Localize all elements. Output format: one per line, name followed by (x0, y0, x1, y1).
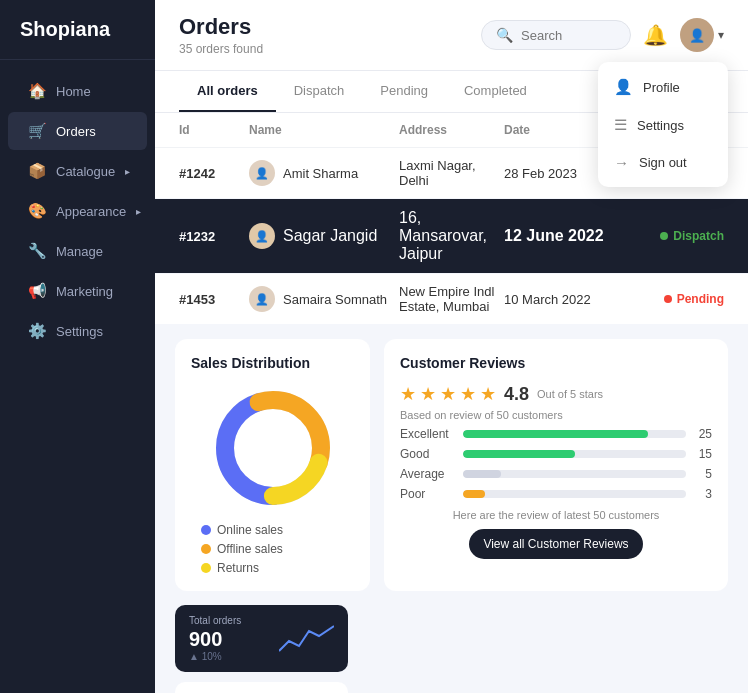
status-dot (664, 295, 672, 303)
rating-number: 4.8 (504, 384, 529, 405)
table-row[interactable]: #1453 👤 Samaira Somnath New Empire Indl … (155, 274, 748, 325)
col-address: Address (399, 123, 504, 137)
rating-based-on: Based on review of 50 customers (400, 409, 712, 421)
order-name: Amit Sharma (283, 166, 358, 181)
order-name: Sagar Jangid (283, 227, 377, 245)
bar-label-poor: Poor (400, 487, 455, 501)
tab-all-orders[interactable]: All orders (179, 71, 276, 112)
manage-icon: 🔧 (28, 242, 46, 260)
dashboard-area: Sales Distribution Online sales (155, 325, 748, 693)
donut-chart (208, 383, 338, 513)
stat-label-total-orders: Total orders (189, 615, 241, 626)
status-dot (660, 232, 668, 240)
bar-fill-average (463, 470, 501, 478)
sidebar-item-marketing[interactable]: 📢 Marketing (8, 272, 147, 310)
col-id: Id (179, 123, 249, 137)
bar-excellent: Excellent 25 (400, 427, 712, 441)
sidebar-item-settings-label: Settings (56, 324, 103, 339)
order-name: Samaira Somnath (283, 292, 387, 307)
appearance-icon: 🎨 (28, 202, 46, 220)
bar-count-excellent: 25 (694, 427, 712, 441)
review-footer-text: Here are the review of latest 50 custome… (400, 509, 712, 521)
tab-completed[interactable]: Completed (446, 71, 545, 112)
page-header: Orders 35 orders found 🔍 🔔 👤 ▾ 👤 Profile… (155, 0, 748, 71)
search-icon: 🔍 (496, 27, 513, 43)
stat-sub-total-orders: ▲ 10% (189, 651, 241, 662)
donut-legend: Online sales Offline sales Returns (191, 523, 354, 575)
order-name-cell: 👤 Samaira Somnath (249, 286, 399, 312)
signout-icon: → (614, 154, 629, 171)
main-content: Orders 35 orders found 🔍 🔔 👤 ▾ 👤 Profile… (155, 0, 748, 693)
sidebar-item-home[interactable]: 🏠 Home (8, 72, 147, 110)
search-box[interactable]: 🔍 (481, 20, 631, 50)
order-status: Dispatch (624, 229, 724, 243)
tab-pending[interactable]: Pending (362, 71, 446, 112)
page-subtitle: 35 orders found (179, 42, 263, 56)
avatar: 👤 (680, 18, 714, 52)
order-id: #1232 (179, 229, 249, 244)
order-avatar: 👤 (249, 223, 275, 249)
sidebar: Shopiana 🏠 Home 🛒 Orders 📦 Catalogue ▸ 🎨… (0, 0, 155, 693)
status-label: Pending (677, 292, 724, 306)
reviews-title: Customer Reviews (400, 355, 712, 371)
bar-count-average: 5 (694, 467, 712, 481)
col-name: Name (249, 123, 399, 137)
legend-offline: Offline sales (201, 542, 354, 556)
dropdown-settings[interactable]: ☰ Settings (598, 106, 728, 144)
star-3: ★ (440, 383, 456, 405)
avatar-button[interactable]: 👤 ▾ (680, 18, 724, 52)
sidebar-item-marketing-label: Marketing (56, 284, 113, 299)
header-right: 🔍 🔔 👤 ▾ (481, 18, 724, 52)
search-input[interactable] (521, 28, 616, 43)
notifications-button[interactable]: 🔔 (643, 23, 668, 47)
sidebar-item-orders-label: Orders (56, 124, 96, 139)
bar-label-excellent: Excellent (400, 427, 455, 441)
sales-distribution-card: Sales Distribution Online sales (175, 339, 370, 591)
sidebar-item-appearance-label: Appearance (56, 204, 126, 219)
sidebar-item-catalogue[interactable]: 📦 Catalogue ▸ (8, 152, 147, 190)
bar-average: Average 5 (400, 467, 712, 481)
order-status: Pending (624, 292, 724, 306)
table-row[interactable]: #1232 👤 Sagar Jangid 16, Mansarovar, Jai… (155, 199, 748, 274)
order-address: Laxmi Nagar, Delhi (399, 158, 504, 188)
settings-icon-2: ☰ (614, 116, 627, 134)
star-1: ★ (400, 383, 416, 405)
legend-dot-online (201, 525, 211, 535)
dropdown-menu: 👤 Profile ☰ Settings → Sign out (598, 62, 728, 187)
bar-count-good: 15 (694, 447, 712, 461)
stat-total-sales: Total sales ₹28000 ▲ +20% (175, 682, 348, 693)
order-avatar: 👤 (249, 160, 275, 186)
sidebar-item-settings[interactable]: ⚙️ Settings (8, 312, 147, 350)
home-icon: 🏠 (28, 82, 46, 100)
sidebar-item-manage[interactable]: 🔧 Manage (8, 232, 147, 270)
dropdown-signout-label: Sign out (639, 155, 687, 170)
bar-bg-good (463, 450, 686, 458)
settings-icon: ⚙️ (28, 322, 46, 340)
tab-dispatch[interactable]: Dispatch (276, 71, 363, 112)
bar-fill-poor (463, 490, 485, 498)
bar-label-good: Good (400, 447, 455, 461)
page-title: Orders (179, 14, 263, 40)
sidebar-item-orders[interactable]: 🛒 Orders (8, 112, 147, 150)
legend-dot-returns (201, 563, 211, 573)
bar-bg-poor (463, 490, 686, 498)
status-label: Dispatch (673, 229, 724, 243)
legend-dot-offline (201, 544, 211, 554)
sidebar-item-manage-label: Manage (56, 244, 103, 259)
dropdown-signout[interactable]: → Sign out (598, 144, 728, 181)
bar-fill-good (463, 450, 575, 458)
chevron-right-icon-2: ▸ (136, 206, 141, 217)
chevron-right-icon: ▸ (125, 166, 130, 177)
donut-chart-container: Online sales Offline sales Returns (191, 383, 354, 575)
marketing-icon: 📢 (28, 282, 46, 300)
legend-label-online: Online sales (217, 523, 283, 537)
sidebar-item-appearance[interactable]: 🎨 Appearance ▸ (8, 192, 147, 230)
bar-count-poor: 3 (694, 487, 712, 501)
profile-icon: 👤 (614, 78, 633, 96)
stat-total-orders: Total orders 900 ▲ 10% (175, 605, 348, 672)
dropdown-profile[interactable]: 👤 Profile (598, 68, 728, 106)
bar-label-average: Average (400, 467, 455, 481)
order-date: 10 March 2022 (504, 292, 624, 307)
view-all-reviews-button[interactable]: View all Customer Reviews (469, 529, 642, 559)
catalogue-icon: 📦 (28, 162, 46, 180)
